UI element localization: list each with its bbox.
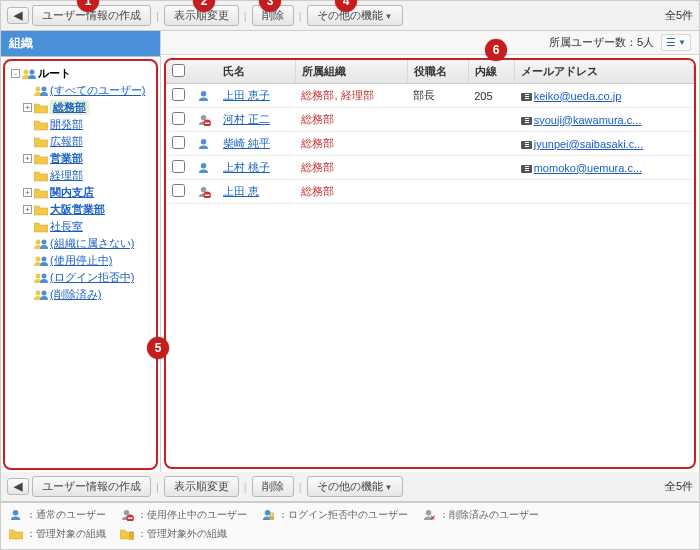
create-user-button[interactable]: ユーザー情報の作成 — [32, 476, 151, 497]
legend: ：通常のユーザー：使用停止中のユーザー：ログイン拒否中のユーザー✕：削除済みのユ… — [1, 502, 699, 549]
tree-node[interactable]: +営業部 — [5, 150, 156, 167]
user-icon — [197, 138, 211, 150]
other-functions-button[interactable]: その他の機能▼ — [307, 476, 403, 497]
tree-label[interactable]: 経理部 — [50, 168, 83, 183]
col-icon — [191, 60, 217, 84]
tree-node[interactable]: (組織に属さない) — [5, 235, 156, 252]
row-checkbox[interactable] — [172, 88, 185, 101]
user-name-link[interactable]: 上田 恵 — [223, 185, 259, 197]
ext-cell: 205 — [468, 84, 514, 108]
table-row[interactable]: 上田 恵子総務部, 経理部部長205keiko@ueda.co.jp — [166, 84, 694, 108]
col-ext[interactable]: 内線 — [468, 60, 514, 84]
email-link[interactable]: syouji@kawamura.c... — [534, 114, 642, 126]
user-name-link[interactable]: 柴崎 純平 — [223, 137, 270, 149]
check-all[interactable] — [172, 64, 185, 77]
col-role[interactable]: 役職名 — [407, 60, 468, 84]
col-checkbox[interactable] — [166, 60, 191, 84]
user-name-link[interactable]: 上村 桃子 — [223, 161, 270, 173]
tree-label[interactable]: (使用停止中) — [50, 253, 112, 268]
tree-node[interactable]: 経理部 — [5, 167, 156, 184]
delete-button[interactable]: 削除 — [252, 476, 294, 497]
expand-toggle[interactable]: + — [23, 205, 32, 214]
separator: | — [297, 10, 304, 22]
tree-label[interactable]: ルート — [38, 66, 71, 81]
expand-toggle[interactable]: + — [23, 103, 32, 112]
tree-node[interactable]: (削除済み) — [5, 286, 156, 303]
callout-6: 6 — [485, 39, 507, 61]
tree-label[interactable]: 社長室 — [50, 219, 83, 234]
row-checkbox[interactable] — [172, 160, 185, 173]
role-cell — [407, 108, 468, 132]
folder-icon — [34, 153, 48, 165]
expand-toggle[interactable]: + — [23, 154, 32, 163]
folder-icon — [34, 204, 48, 216]
reorder-button[interactable]: 表示順変更 — [164, 476, 239, 497]
tree-node[interactable]: 広報部 — [5, 133, 156, 150]
tree-label[interactable]: 総務部 — [53, 101, 86, 113]
tree-node[interactable]: -ルート — [5, 65, 156, 82]
folder-icon — [34, 136, 48, 148]
legend-item: ：管理対象の組織 — [9, 526, 106, 542]
table-header-row: 氏名 所属組織 役職名 内線 メールアドレス — [166, 60, 694, 84]
col-org[interactable]: 所属組織 — [295, 60, 407, 84]
row-checkbox[interactable] — [172, 136, 185, 149]
row-checkbox[interactable] — [172, 112, 185, 125]
ext-cell — [468, 156, 514, 180]
tree-node[interactable]: 開発部 — [5, 116, 156, 133]
chevron-down-icon: ▼ — [678, 39, 686, 47]
tree-node[interactable]: 社長室 — [5, 218, 156, 235]
tree-node[interactable]: (使用停止中) — [5, 252, 156, 269]
tree-label[interactable]: (削除済み) — [50, 287, 101, 302]
group-icon — [34, 272, 48, 284]
separator: | — [154, 10, 161, 22]
tree-label[interactable]: 大阪営業部 — [50, 202, 105, 217]
ext-cell — [468, 108, 514, 132]
table-row[interactable]: 上村 桃子総務部momoko@uemura.c... — [166, 156, 694, 180]
table-row[interactable]: 柴崎 純平総務部jyunpei@saibasaki.c... — [166, 132, 694, 156]
email-link[interactable]: keiko@ueda.co.jp — [534, 90, 622, 102]
role-cell — [407, 180, 468, 204]
tree-node[interactable]: +大阪営業部 — [5, 201, 156, 218]
org-text: 総務部, 経理部 — [301, 89, 373, 101]
col-name[interactable]: 氏名 — [217, 60, 295, 84]
content-header: 所属ユーザー数：5人 ☰ ▼ — [161, 31, 699, 55]
chevron-down-icon: ▼ — [385, 483, 393, 492]
tree-label[interactable]: 関内支店 — [50, 185, 94, 200]
row-checkbox[interactable] — [172, 184, 185, 197]
folder-icon — [34, 221, 48, 233]
tree-label[interactable]: 営業部 — [50, 151, 83, 166]
legend-item: ✕：削除済みのユーザー — [422, 507, 539, 523]
tree-label[interactable]: 広報部 — [50, 134, 83, 149]
tree-label[interactable]: (すべてのユーザー) — [50, 83, 145, 98]
folder-icon — [34, 170, 48, 182]
tree-node[interactable]: (ログイン拒否中) — [5, 269, 156, 286]
tree-label[interactable]: (組織に属さない) — [50, 236, 134, 251]
group-icon — [34, 238, 48, 250]
folder-icon — [34, 119, 48, 131]
back-button[interactable]: ◀ — [7, 478, 29, 495]
ext-cell — [468, 180, 514, 204]
table-row[interactable]: 河村 正二総務部syouji@kawamura.c... — [166, 108, 694, 132]
tree-node[interactable]: +関内支店 — [5, 184, 156, 201]
chevron-down-icon: ▼ — [385, 12, 393, 21]
tree-node[interactable]: (すべてのユーザー) — [5, 82, 156, 99]
expand-toggle[interactable]: + — [23, 188, 32, 197]
email-link[interactable]: momoko@uemura.c... — [534, 162, 642, 174]
user-name-link[interactable]: 上田 恵子 — [223, 89, 270, 101]
expand-toggle[interactable]: - — [11, 69, 20, 78]
user-name-link[interactable]: 河村 正二 — [223, 113, 270, 125]
legend-item: ：管理対象外の組織 — [120, 526, 227, 542]
back-button[interactable]: ◀ — [7, 7, 29, 24]
table-row[interactable]: 上田 恵総務部 — [166, 180, 694, 204]
separator: | — [242, 10, 249, 22]
tree-label[interactable]: (ログイン拒否中) — [50, 270, 134, 285]
member-count-label: 所属ユーザー数：5人 — [549, 36, 654, 48]
email-link[interactable]: jyunpei@saibasaki.c... — [534, 138, 644, 150]
other-functions-button[interactable]: その他の機能▼ — [307, 5, 403, 26]
total-count: 全5件 — [665, 8, 693, 23]
ext-cell — [468, 132, 514, 156]
tree-node[interactable]: +総務部 — [5, 99, 156, 116]
col-email[interactable]: メールアドレス — [515, 60, 694, 84]
tree-label[interactable]: 開発部 — [50, 117, 83, 132]
list-menu-button[interactable]: ☰ ▼ — [661, 34, 691, 51]
